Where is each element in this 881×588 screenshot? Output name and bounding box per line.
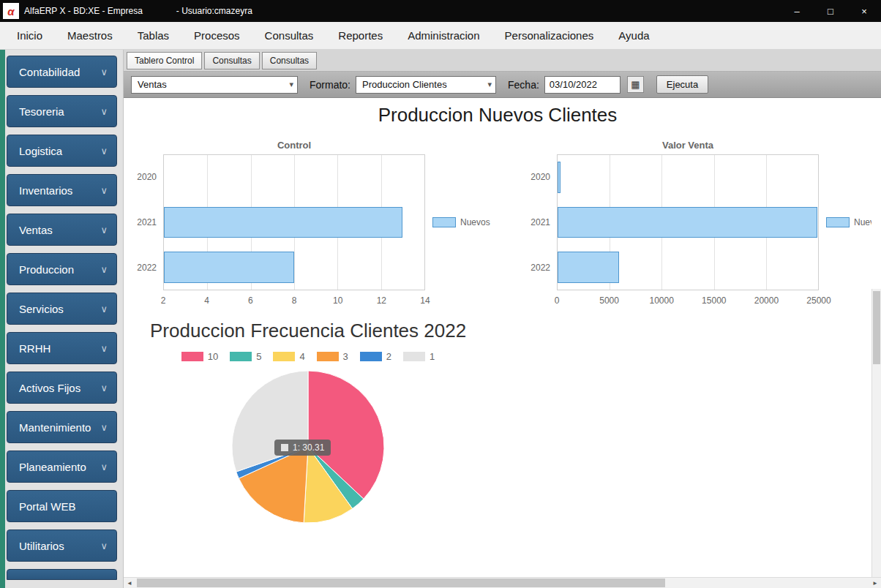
x-tick-label: 6 <box>248 295 253 306</box>
content: Tablero ControlConsultasConsultas Ventas… <box>123 50 881 588</box>
menu-item-tablas[interactable]: Tablas <box>125 29 181 42</box>
y-tick-label: 2022 <box>523 245 557 290</box>
chart-legend[interactable]: Nuevos <box>819 154 871 290</box>
calendar-icon[interactable]: ▦ <box>627 76 644 93</box>
sidebar-item-activos-fijos[interactable]: Activos Fijos∨ <box>7 372 117 404</box>
x-tick-label: 15000 <box>702 295 726 306</box>
chevron-down-icon: ∨ <box>100 146 108 157</box>
horizontal-scrollbar[interactable]: ◄ ► <box>124 577 881 588</box>
fecha-input[interactable] <box>544 76 621 94</box>
x-tick-label: 12 <box>377 295 386 306</box>
legend-label: 1 <box>430 351 435 362</box>
vertical-scrollbar-thumb[interactable] <box>873 291 880 364</box>
chart-legend[interactable]: Nuevos <box>425 154 495 290</box>
sidebar-item-logistica[interactable]: Logistica∨ <box>7 135 117 167</box>
x-tick-label: 8 <box>292 295 297 306</box>
sidebar-item-rrhh[interactable]: RRHH∨ <box>7 332 117 364</box>
maximize-button[interactable]: □ <box>814 0 847 22</box>
sidebar-item-label: Mantenimiento <box>19 421 91 434</box>
sidebar-item-label: Inventarios <box>19 184 72 197</box>
menu-item-inicio[interactable]: Inicio <box>4 29 55 42</box>
sidebar-item-utilitarios[interactable]: Utilitarios∨ <box>7 529 117 562</box>
x-tick-label: 10000 <box>650 295 674 306</box>
fecha-label: Fecha: <box>508 79 539 91</box>
tab-tablero-control-0[interactable]: Tablero Control <box>127 52 202 69</box>
sidebar-item-mantenimiento[interactable]: Mantenimiento∨ <box>7 411 117 443</box>
legend-label: 10 <box>208 351 218 362</box>
window-title: AlfaERP X - BD:XE - Empresa <box>24 6 143 16</box>
sidebar-item-label: Activos Fijos <box>19 382 80 394</box>
bar-charts-row: Control 202020212022 Nuevos 2468101214 V… <box>124 135 871 309</box>
pie-legend-item-3[interactable]: 3 <box>317 351 348 362</box>
sidebar-item-servicios[interactable]: Servicios∨ <box>7 293 117 325</box>
chevron-down-icon: ∨ <box>100 461 108 472</box>
module-select[interactable]: Ventas ▾ <box>131 76 298 94</box>
sidebar-item-label: Contabilidad <box>19 66 80 78</box>
menu-item-ayuda[interactable]: Ayuda <box>606 29 661 42</box>
chevron-down-icon: ∨ <box>100 185 108 196</box>
sidebar-item-label: Utilitarios <box>19 540 64 552</box>
y-tick-label: 2020 <box>130 154 163 200</box>
sidebar-item-label: Servicios <box>19 303 64 315</box>
chart-title: Control <box>163 135 425 154</box>
horizontal-scrollbar-track[interactable] <box>135 578 869 588</box>
chevron-down-icon: ∨ <box>100 382 108 393</box>
bar-2022 <box>164 252 294 283</box>
menu-item-reportes[interactable]: Reportes <box>326 29 395 42</box>
accent-strip <box>0 50 5 588</box>
pie-legend-item-2[interactable]: 2 <box>360 351 391 362</box>
plot-area <box>163 154 425 290</box>
menu-item-consultas[interactable]: Consultas <box>252 29 326 42</box>
x-tick-label: 10 <box>333 295 342 306</box>
chevron-down-icon: ▾ <box>289 80 293 89</box>
tab-consultas-2[interactable]: Consultas <box>262 52 317 69</box>
legend-swatch <box>432 217 456 227</box>
legend-swatch <box>360 352 382 361</box>
pie-tooltip: 1: 30.31 <box>274 440 331 456</box>
sidebar-item-planeamiento[interactable]: Planeamiento∨ <box>7 451 117 483</box>
menu-item-procesos[interactable]: Procesos <box>181 29 252 42</box>
ejecuta-button[interactable]: Ejecuta <box>656 75 708 94</box>
plot-area <box>557 154 819 290</box>
tooltip-swatch <box>281 444 288 451</box>
sidebar-item-produccion[interactable]: Produccion∨ <box>7 253 117 285</box>
sidebar-item-inventarios[interactable]: Inventarios∨ <box>7 174 117 206</box>
tooltip-label: 1: 30.31 <box>293 442 324 453</box>
sidebar-item-label: RRHH <box>19 342 50 355</box>
pie-legend-item-1[interactable]: 1 <box>403 351 435 362</box>
scroll-right-icon[interactable]: ► <box>869 578 881 588</box>
pie-legend-item-4[interactable]: 4 <box>273 351 304 362</box>
legend-swatch <box>273 352 295 361</box>
scroll-left-icon[interactable]: ◄ <box>124 578 135 588</box>
sidebar-item-portal-web[interactable]: Portal WEB <box>7 490 117 522</box>
legend-label: 5 <box>256 351 261 362</box>
sidebar-item-label: Produccion <box>19 263 74 276</box>
sidebar-item-ventas[interactable]: Ventas∨ <box>7 214 117 246</box>
tab-consultas-1[interactable]: Consultas <box>204 52 259 69</box>
pie-legend-item-10[interactable]: 10 <box>181 351 218 362</box>
chart-control: Control 202020212022 Nuevos 2468101214 <box>130 135 495 309</box>
x-tick-label: 5000 <box>599 295 619 306</box>
sidebar-item-contabilidad[interactable]: Contabilidad∨ <box>7 56 117 88</box>
sidebar-item-partial[interactable] <box>7 569 117 580</box>
menu-item-personalizaciones[interactable]: Personalizaciones <box>492 29 607 42</box>
formato-select[interactable]: Produccion Clientes ▾ <box>356 76 496 94</box>
menu-item-maestros[interactable]: Maestros <box>55 29 125 42</box>
y-tick-label: 2021 <box>130 200 163 245</box>
formato-label: Formato: <box>310 79 350 91</box>
chart-valor-venta: Valor Venta 202020212022 Nuevos 05000100… <box>523 135 871 309</box>
y-tick-label: 2021 <box>523 200 557 245</box>
x-tick-label: 25000 <box>806 295 831 306</box>
chevron-down-icon: ∨ <box>100 67 108 78</box>
menu-item-administracion[interactable]: Administracion <box>395 29 492 42</box>
chart-title: Valor Venta <box>557 135 819 154</box>
pie-legend-item-5[interactable]: 5 <box>230 351 261 362</box>
minimize-button[interactable]: – <box>780 0 814 22</box>
sidebar-item-tesoreria[interactable]: Tesoreria∨ <box>7 95 117 127</box>
sidebar-item-label: Logistica <box>19 145 62 157</box>
bar-2021 <box>164 207 402 238</box>
close-button[interactable]: × <box>847 0 881 22</box>
vertical-scrollbar[interactable] <box>871 289 881 577</box>
y-tick-label: 2020 <box>523 154 557 200</box>
horizontal-scrollbar-thumb[interactable] <box>137 578 665 587</box>
